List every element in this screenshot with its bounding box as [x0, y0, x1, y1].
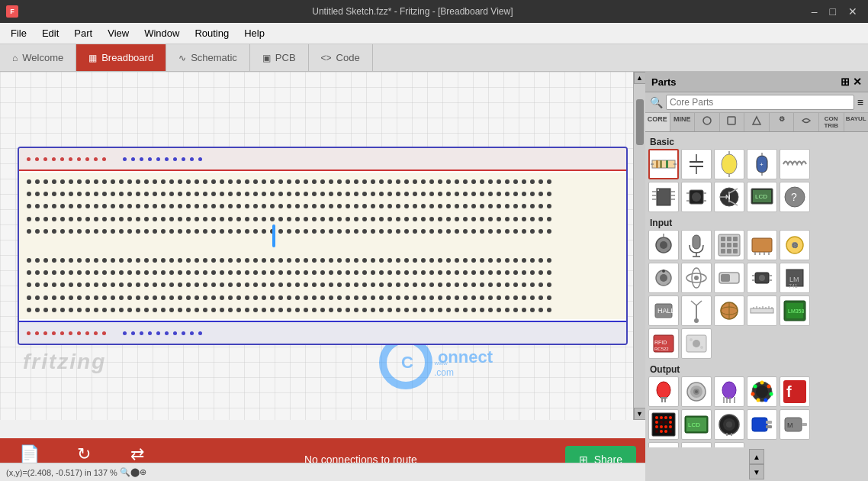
bb-hole[interactable] [77, 179, 82, 184]
bb-hole[interactable] [295, 282, 300, 287]
bb-hole[interactable] [522, 308, 526, 312]
bb-hole[interactable] [161, 204, 166, 208]
close-button[interactable]: ✕ [844, 5, 862, 18]
bb-hole[interactable] [253, 217, 258, 221]
bb-hole[interactable] [337, 217, 342, 221]
menu-view[interactable]: View [100, 26, 137, 40]
bb-hole[interactable] [387, 217, 392, 221]
bb-hole[interactable] [262, 258, 266, 263]
bb-hole[interactable] [186, 258, 191, 263]
bb-hole[interactable] [211, 282, 216, 287]
bb-hole[interactable] [396, 192, 400, 196]
bb-hole[interactable] [27, 295, 31, 300]
zoom-slider[interactable]: ⬤ [130, 467, 140, 477]
part-led-ring[interactable] [747, 376, 777, 407]
bb-hole[interactable] [362, 229, 367, 234]
bb-hole[interactable] [488, 308, 493, 312]
bb-hole[interactable] [253, 282, 258, 287]
bb-hole[interactable] [513, 229, 518, 234]
bb-hole[interactable] [236, 217, 241, 221]
part-button-small[interactable] [747, 263, 777, 293]
parts-tab-6[interactable]: ⚙ [770, 113, 795, 131]
bb-hole[interactable] [203, 270, 207, 275]
bb-hole[interactable] [346, 282, 350, 287]
bb-hole[interactable] [43, 295, 48, 300]
bb-hole[interactable] [387, 270, 392, 275]
bb-hole[interactable] [35, 258, 40, 263]
bb-hole[interactable] [304, 282, 308, 287]
bb-hole[interactable] [538, 229, 543, 234]
bb-hole[interactable] [287, 229, 291, 234]
bb-hole[interactable] [362, 217, 367, 221]
bb-hole[interactable] [396, 270, 400, 275]
bb-hole[interactable] [421, 258, 426, 263]
bb-hole[interactable] [538, 270, 543, 275]
bb-hole[interactable] [144, 179, 149, 184]
bb-hole[interactable] [153, 282, 157, 287]
bb-hole[interactable] [102, 258, 107, 263]
bb-hole[interactable] [463, 229, 468, 234]
bb-hole[interactable] [438, 229, 442, 234]
bb-hole[interactable] [505, 192, 510, 196]
bb-hole[interactable] [236, 229, 241, 234]
bb-hole[interactable] [471, 217, 476, 221]
bb-hole[interactable] [329, 258, 333, 263]
bb-hole[interactable] [463, 270, 468, 275]
bb-hole[interactable] [295, 217, 300, 221]
bb-hole[interactable] [547, 295, 551, 300]
bb-hole[interactable] [438, 295, 442, 300]
bb-hole[interactable] [295, 179, 300, 184]
bb-hole[interactable] [371, 192, 375, 196]
bb-hole[interactable] [455, 258, 459, 263]
bb-hole[interactable] [438, 204, 442, 208]
bb-hole[interactable] [119, 192, 124, 196]
bb-hole[interactable] [354, 282, 358, 287]
bb-hole[interactable] [480, 282, 484, 287]
bb-hole[interactable] [429, 229, 434, 234]
bb-hole[interactable] [522, 229, 526, 234]
bb-hole[interactable] [127, 192, 132, 196]
bb-hole[interactable] [488, 282, 493, 287]
parts-tab-3[interactable] [695, 113, 720, 131]
bb-hole[interactable] [295, 270, 300, 275]
bb-hole[interactable] [262, 282, 266, 287]
bb-hole[interactable] [153, 217, 157, 221]
bb-hole[interactable] [304, 270, 308, 275]
bb-hole[interactable] [413, 179, 417, 184]
bb-hole[interactable] [530, 217, 535, 221]
bb-hole[interactable] [497, 258, 501, 263]
bb-hole[interactable] [320, 217, 325, 221]
bb-hole[interactable] [312, 229, 317, 234]
bb-hole[interactable] [43, 308, 48, 312]
bb-hole[interactable] [354, 192, 358, 196]
bb-hole[interactable] [522, 217, 526, 221]
bb-hole[interactable] [488, 295, 493, 300]
bb-hole[interactable] [446, 179, 451, 184]
bb-hole[interactable] [270, 295, 275, 300]
bb-hole[interactable] [329, 308, 333, 312]
bb-hole[interactable] [262, 270, 266, 275]
bb-hole[interactable] [178, 295, 182, 300]
bb-hole[interactable] [270, 204, 275, 208]
bb-hole[interactable] [497, 308, 501, 312]
bb-hole[interactable] [505, 295, 510, 300]
bb-hole[interactable] [85, 229, 90, 234]
bb-hole[interactable] [295, 229, 300, 234]
part-hall-sensor[interactable]: HALL [648, 295, 679, 326]
bb-hole[interactable] [371, 258, 375, 263]
bb-hole[interactable] [387, 295, 392, 300]
bb-hole[interactable] [161, 229, 166, 234]
bb-hole[interactable] [52, 217, 56, 221]
bb-hole[interactable] [304, 229, 308, 234]
bb-hole[interactable] [270, 179, 275, 184]
bb-hole[interactable] [346, 295, 350, 300]
bb-hole[interactable] [169, 308, 174, 312]
bb-hole[interactable] [304, 258, 308, 263]
menu-file[interactable]: File [3, 26, 34, 40]
bb-hole[interactable] [530, 204, 535, 208]
bb-hole[interactable] [220, 204, 224, 208]
bb-hole[interactable] [522, 204, 526, 208]
bb-hole[interactable] [488, 270, 493, 275]
bb-hole[interactable] [287, 282, 291, 287]
bb-hole[interactable] [312, 282, 317, 287]
